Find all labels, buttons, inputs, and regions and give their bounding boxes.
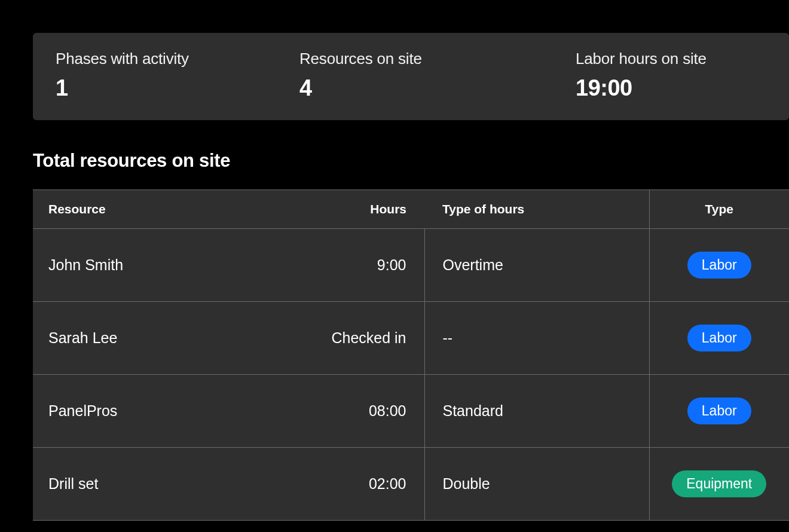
cell-resource: Drill set [33, 448, 290, 521]
cell-hours: 9:00 [290, 229, 424, 302]
cell-type: Labor [649, 302, 789, 375]
summary-labor-hours: Labor hours on site 19:00 [576, 50, 707, 101]
table-row[interactable]: Sarah LeeChecked in--Labor [33, 302, 789, 375]
cell-type-of-hours: -- [424, 302, 649, 375]
type-badge: Equipment [672, 470, 766, 497]
cell-type-of-hours: Standard [424, 375, 649, 448]
cell-resource: PanelPros [33, 375, 290, 448]
cell-type: Labor [649, 229, 789, 302]
header-hours[interactable]: Hours [290, 190, 424, 229]
cell-type-of-hours: Overtime [424, 229, 649, 302]
type-badge: Labor [687, 398, 751, 424]
type-badge: Labor [687, 325, 751, 351]
summary-resources-value: 4 [299, 75, 576, 101]
summary-phases: Phases with activity 1 [56, 50, 299, 101]
table-header-row: Resource Hours Type of hours Type [33, 190, 789, 229]
cell-type-of-hours: Double [424, 448, 649, 521]
summary-labor-hours-label: Labor hours on site [576, 50, 707, 68]
header-type-of-hours[interactable]: Type of hours [424, 190, 649, 229]
type-badge: Labor [687, 252, 751, 279]
cell-resource: Sarah Lee [33, 302, 290, 375]
summary-phases-value: 1 [56, 75, 299, 101]
summary-resources: Resources on site 4 [299, 50, 576, 101]
summary-resources-label: Resources on site [299, 50, 576, 68]
summary-bar: Phases with activity 1 Resources on site… [33, 33, 789, 120]
cell-hours: 02:00 [290, 448, 424, 521]
table-row[interactable]: John Smith9:00OvertimeLabor [33, 229, 789, 302]
cell-hours: 08:00 [290, 375, 424, 448]
section-title: Total resources on site [33, 150, 789, 172]
header-resource[interactable]: Resource [33, 190, 290, 229]
summary-phases-label: Phases with activity [56, 50, 299, 68]
cell-resource: John Smith [33, 229, 290, 302]
summary-labor-hours-value: 19:00 [576, 75, 707, 101]
table-row[interactable]: Drill set02:00DoubleEquipment [33, 448, 789, 521]
resources-table: Resource Hours Type of hours Type John S… [33, 189, 789, 521]
header-type[interactable]: Type [649, 190, 789, 229]
table-row[interactable]: PanelPros08:00StandardLabor [33, 375, 789, 448]
cell-type: Equipment [649, 448, 789, 521]
cell-type: Labor [649, 375, 789, 448]
cell-hours: Checked in [290, 302, 424, 375]
